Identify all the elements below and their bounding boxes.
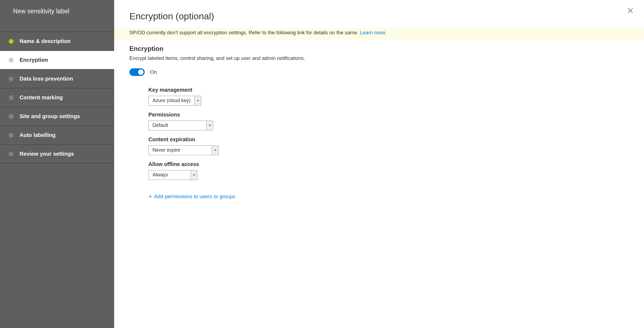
sidebar-item-label: Content marking: [20, 94, 63, 101]
sidebar-title: New sensitivity label: [0, 0, 114, 32]
learn-more-link[interactable]: Learn more: [360, 30, 386, 35]
field-offline-access: Allow offline access Always: [148, 161, 629, 180]
encryption-toggle-row: On: [129, 68, 629, 76]
sidebar-item-auto-labelling[interactable]: Auto labelling: [0, 126, 114, 145]
sidebar-item-encryption[interactable]: Encryption: [0, 51, 114, 70]
step-bullet-icon: [9, 76, 14, 81]
field-content-expiration: Content expiration Never expire: [148, 136, 629, 155]
content-area: Encryption Encrypt labeled items, contro…: [114, 40, 644, 205]
sidebar-item-name-description[interactable]: Name & description: [0, 32, 114, 51]
offline-access-select[interactable]: Always: [148, 170, 197, 180]
sidebar-item-label: Review your settings: [20, 151, 74, 157]
permissions-label: Permissions: [148, 112, 629, 118]
chevron-down-icon: [191, 170, 197, 180]
step-bullet-icon: [9, 152, 14, 157]
step-bullet-icon: [9, 133, 14, 138]
toggle-knob-icon: [138, 69, 144, 75]
close-icon: [627, 8, 633, 14]
select-value: Never expire: [149, 146, 212, 155]
step-bullet-icon: [9, 58, 14, 63]
toggle-state-label: On: [150, 69, 157, 75]
key-management-label: Key management: [148, 87, 629, 93]
info-banner: SP/OD currently don't support all encryp…: [114, 28, 644, 40]
sidebar-item-review-settings[interactable]: Review your settings: [0, 145, 114, 164]
chevron-down-icon: [212, 146, 218, 155]
permissions-select[interactable]: Default: [148, 121, 213, 130]
sidebar-item-label: Encryption: [20, 57, 48, 63]
section-description: Encrypt labeled items, control sharing, …: [129, 55, 629, 61]
main-panel: Encryption (optional) SP/OD currently do…: [114, 0, 644, 328]
encryption-toggle[interactable]: [129, 68, 145, 76]
field-permissions: Permissions Default: [148, 112, 629, 130]
plus-icon: +: [148, 194, 152, 200]
sidebar-item-label: Name & description: [20, 38, 71, 44]
encryption-settings: Key management Azure (cloud key) Permiss…: [148, 87, 629, 200]
offline-access-label: Allow offline access: [148, 161, 629, 167]
step-bullet-icon: [9, 95, 14, 100]
banner-text: SP/OD currently don't support all encryp…: [129, 30, 360, 35]
close-button[interactable]: [625, 5, 636, 16]
select-value: Azure (cloud key): [149, 96, 194, 105]
add-permissions-link[interactable]: + Add permissions to users or groups: [148, 194, 235, 200]
key-management-select[interactable]: Azure (cloud key): [148, 96, 201, 106]
section-heading: Encryption: [129, 45, 629, 53]
content-expiration-label: Content expiration: [148, 136, 629, 143]
sidebar-item-label: Data loss prevention: [20, 76, 73, 82]
content-expiration-select[interactable]: Never expire: [148, 145, 219, 155]
step-bullet-icon: [9, 114, 14, 119]
chevron-down-icon: [194, 96, 201, 105]
select-value: Default: [149, 121, 206, 130]
chevron-down-icon: [206, 121, 213, 130]
check-icon: [9, 39, 14, 44]
select-value: Always: [149, 170, 191, 180]
wizard-sidebar: New sensitivity label Name & description…: [0, 0, 114, 328]
app-root: New sensitivity label Name & description…: [0, 0, 644, 328]
sidebar-item-label: Auto labelling: [20, 132, 55, 138]
sidebar-item-label: Site and group settings: [20, 113, 80, 119]
sidebar-item-data-loss-prevention[interactable]: Data loss prevention: [0, 70, 114, 88]
page-title: Encryption (optional): [114, 0, 644, 28]
add-permissions-label: Add permissions to users or groups: [154, 194, 235, 200]
sidebar-item-content-marking[interactable]: Content marking: [0, 88, 114, 107]
field-key-management: Key management Azure (cloud key): [148, 87, 629, 106]
sidebar-item-site-group-settings[interactable]: Site and group settings: [0, 107, 114, 126]
